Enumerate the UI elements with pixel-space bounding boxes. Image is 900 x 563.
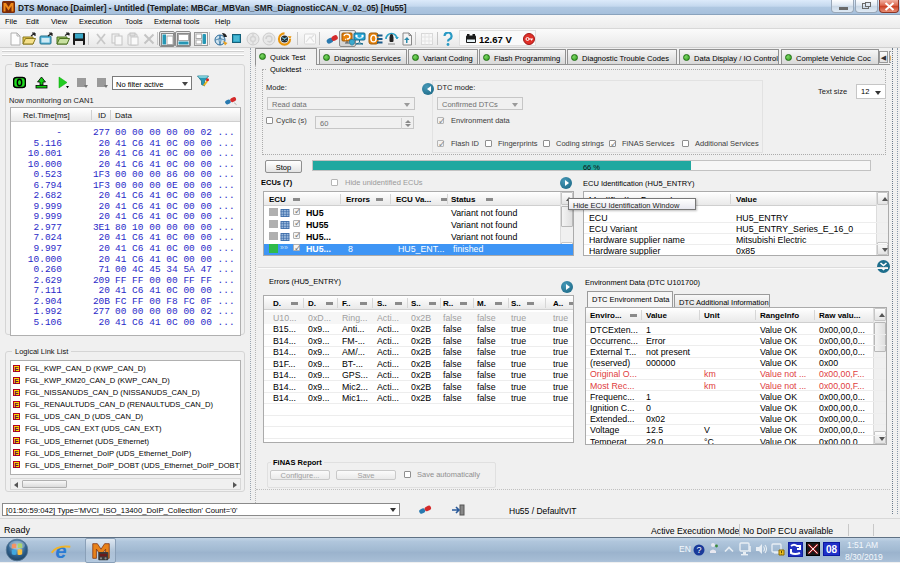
svg-text:e: e [55,540,66,562]
svg-text:?: ? [696,545,701,555]
